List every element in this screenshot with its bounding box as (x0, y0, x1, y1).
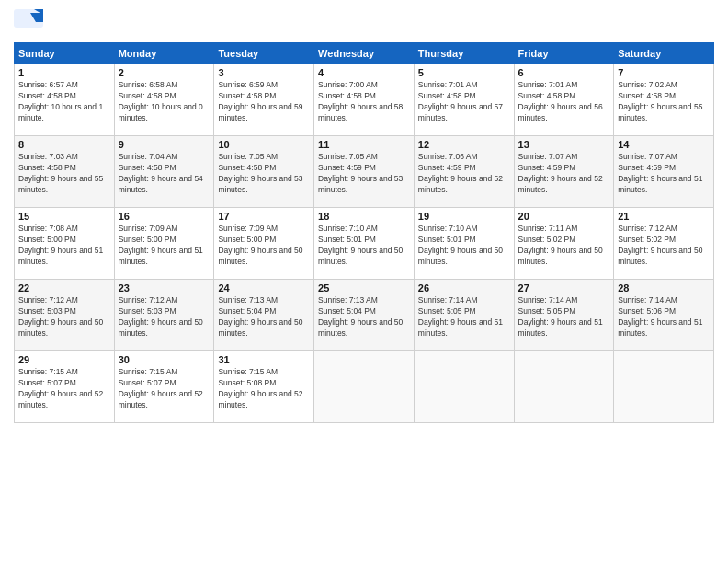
weekday-header-monday: Monday (114, 43, 214, 64)
calendar-cell (514, 351, 614, 423)
calendar-cell: 5 Sunrise: 7:01 AM Sunset: 4:58 PM Dayli… (414, 64, 514, 136)
logo (14, 9, 47, 35)
day-number: 8 (18, 139, 110, 150)
day-info: Sunrise: 7:11 AM Sunset: 5:02 PM Dayligh… (518, 224, 610, 268)
day-number: 24 (218, 282, 310, 293)
day-info: Sunrise: 7:12 AM Sunset: 5:02 PM Dayligh… (618, 224, 710, 268)
day-info: Sunrise: 7:10 AM Sunset: 5:01 PM Dayligh… (318, 224, 410, 268)
day-number: 31 (218, 354, 310, 365)
calendar-cell (414, 351, 514, 423)
day-number: 6 (518, 67, 610, 78)
day-info: Sunrise: 7:04 AM Sunset: 4:58 PM Dayligh… (119, 152, 210, 196)
calendar-cell: 9 Sunrise: 7:04 AM Sunset: 4:58 PM Dayli… (114, 136, 214, 208)
day-info: Sunrise: 7:02 AM Sunset: 4:58 PM Dayligh… (618, 80, 710, 124)
day-number: 26 (418, 282, 510, 293)
day-info: Sunrise: 7:15 AM Sunset: 5:07 PM Dayligh… (18, 367, 110, 411)
day-info: Sunrise: 7:15 AM Sunset: 5:07 PM Dayligh… (119, 367, 210, 411)
day-number: 23 (119, 282, 210, 293)
day-info: Sunrise: 7:14 AM Sunset: 5:05 PM Dayligh… (518, 295, 610, 339)
calendar-cell: 16 Sunrise: 7:09 AM Sunset: 5:00 PM Dayl… (114, 208, 214, 280)
day-info: Sunrise: 7:07 AM Sunset: 4:59 PM Dayligh… (518, 152, 610, 196)
day-info: Sunrise: 7:01 AM Sunset: 4:58 PM Dayligh… (418, 80, 510, 124)
calendar-cell: 31 Sunrise: 7:15 AM Sunset: 5:08 PM Dayl… (214, 351, 314, 423)
day-number: 13 (518, 139, 610, 150)
day-info: Sunrise: 6:58 AM Sunset: 4:58 PM Dayligh… (119, 80, 210, 124)
day-info: Sunrise: 7:06 AM Sunset: 4:59 PM Dayligh… (418, 152, 510, 196)
calendar-cell: 18 Sunrise: 7:10 AM Sunset: 5:01 PM Dayl… (314, 208, 415, 280)
calendar-cell: 24 Sunrise: 7:13 AM Sunset: 5:04 PM Dayl… (214, 280, 314, 351)
calendar-cell: 17 Sunrise: 7:09 AM Sunset: 5:00 PM Dayl… (214, 208, 314, 280)
day-number: 9 (119, 139, 210, 150)
day-number: 25 (318, 282, 410, 293)
calendar-cell: 20 Sunrise: 7:11 AM Sunset: 5:02 PM Dayl… (514, 208, 614, 280)
day-info: Sunrise: 7:10 AM Sunset: 5:01 PM Dayligh… (418, 224, 510, 268)
calendar-cell: 3 Sunrise: 6:59 AM Sunset: 4:58 PM Dayli… (214, 64, 314, 136)
weekday-header-sunday: Sunday (15, 43, 115, 64)
day-number: 27 (518, 282, 610, 293)
day-number: 29 (18, 354, 110, 365)
day-number: 3 (218, 67, 310, 78)
calendar-cell: 2 Sunrise: 6:58 AM Sunset: 4:58 PM Dayli… (114, 64, 214, 136)
calendar-cell: 21 Sunrise: 7:12 AM Sunset: 5:02 PM Dayl… (614, 208, 714, 280)
calendar-cell: 7 Sunrise: 7:02 AM Sunset: 4:58 PM Dayli… (614, 64, 714, 136)
logo-icon (14, 9, 43, 35)
day-number: 11 (318, 139, 410, 150)
day-info: Sunrise: 7:14 AM Sunset: 5:05 PM Dayligh… (418, 295, 510, 339)
day-info: Sunrise: 7:09 AM Sunset: 5:00 PM Dayligh… (119, 224, 210, 268)
day-info: Sunrise: 7:08 AM Sunset: 5:00 PM Dayligh… (18, 224, 110, 268)
day-info: Sunrise: 6:57 AM Sunset: 4:58 PM Dayligh… (18, 80, 110, 124)
day-number: 14 (618, 139, 710, 150)
calendar-cell: 10 Sunrise: 7:05 AM Sunset: 4:58 PM Dayl… (214, 136, 314, 208)
calendar-cell: 4 Sunrise: 7:00 AM Sunset: 4:58 PM Dayli… (314, 64, 415, 136)
weekday-header-tuesday: Tuesday (214, 43, 314, 64)
day-info: Sunrise: 7:13 AM Sunset: 5:04 PM Dayligh… (318, 295, 410, 339)
day-info: Sunrise: 7:12 AM Sunset: 5:03 PM Dayligh… (18, 295, 110, 339)
day-number: 10 (218, 139, 310, 150)
day-number: 30 (119, 354, 210, 365)
page-container: SundayMondayTuesdayWednesdayThursdayFrid… (0, 0, 728, 428)
calendar-cell: 19 Sunrise: 7:10 AM Sunset: 5:01 PM Dayl… (414, 208, 514, 280)
calendar-cell (614, 351, 714, 423)
day-info: Sunrise: 7:05 AM Sunset: 4:59 PM Dayligh… (318, 152, 410, 196)
weekday-header-wednesday: Wednesday (314, 43, 415, 64)
day-number: 2 (119, 67, 210, 78)
day-info: Sunrise: 7:13 AM Sunset: 5:04 PM Dayligh… (218, 295, 310, 339)
day-number: 18 (318, 211, 410, 222)
day-number: 1 (18, 67, 110, 78)
day-info: Sunrise: 7:05 AM Sunset: 4:58 PM Dayligh… (218, 152, 310, 196)
day-number: 7 (618, 67, 710, 78)
calendar-cell: 27 Sunrise: 7:14 AM Sunset: 5:05 PM Dayl… (514, 280, 614, 351)
calendar-cell (314, 351, 415, 423)
day-info: Sunrise: 7:12 AM Sunset: 5:03 PM Dayligh… (119, 295, 210, 339)
calendar-cell: 11 Sunrise: 7:05 AM Sunset: 4:59 PM Dayl… (314, 136, 415, 208)
calendar-cell: 6 Sunrise: 7:01 AM Sunset: 4:58 PM Dayli… (514, 64, 614, 136)
day-number: 22 (18, 282, 110, 293)
day-info: Sunrise: 6:59 AM Sunset: 4:58 PM Dayligh… (218, 80, 310, 124)
day-number: 28 (618, 282, 710, 293)
calendar-cell: 1 Sunrise: 6:57 AM Sunset: 4:58 PM Dayli… (15, 64, 115, 136)
day-number: 21 (618, 211, 710, 222)
calendar-cell: 22 Sunrise: 7:12 AM Sunset: 5:03 PM Dayl… (15, 280, 115, 351)
calendar-cell: 23 Sunrise: 7:12 AM Sunset: 5:03 PM Dayl… (114, 280, 214, 351)
day-info: Sunrise: 7:01 AM Sunset: 4:58 PM Dayligh… (518, 80, 610, 124)
day-number: 12 (418, 139, 510, 150)
day-number: 4 (318, 67, 410, 78)
calendar-cell: 15 Sunrise: 7:08 AM Sunset: 5:00 PM Dayl… (15, 208, 115, 280)
calendar-cell: 30 Sunrise: 7:15 AM Sunset: 5:07 PM Dayl… (114, 351, 214, 423)
day-number: 19 (418, 211, 510, 222)
weekday-header-saturday: Saturday (614, 43, 714, 64)
calendar-cell: 28 Sunrise: 7:14 AM Sunset: 5:06 PM Dayl… (614, 280, 714, 351)
calendar-cell: 8 Sunrise: 7:03 AM Sunset: 4:58 PM Dayli… (15, 136, 115, 208)
day-number: 20 (518, 211, 610, 222)
day-number: 15 (18, 211, 110, 222)
day-info: Sunrise: 7:09 AM Sunset: 5:00 PM Dayligh… (218, 224, 310, 268)
day-info: Sunrise: 7:00 AM Sunset: 4:58 PM Dayligh… (318, 80, 410, 124)
calendar-cell: 13 Sunrise: 7:07 AM Sunset: 4:59 PM Dayl… (514, 136, 614, 208)
day-number: 5 (418, 67, 510, 78)
weekday-header-thursday: Thursday (414, 43, 514, 64)
day-number: 17 (218, 211, 310, 222)
calendar-cell: 14 Sunrise: 7:07 AM Sunset: 4:59 PM Dayl… (614, 136, 714, 208)
calendar-cell: 25 Sunrise: 7:13 AM Sunset: 5:04 PM Dayl… (314, 280, 415, 351)
day-info: Sunrise: 7:03 AM Sunset: 4:58 PM Dayligh… (18, 152, 110, 196)
day-info: Sunrise: 7:07 AM Sunset: 4:59 PM Dayligh… (618, 152, 710, 196)
